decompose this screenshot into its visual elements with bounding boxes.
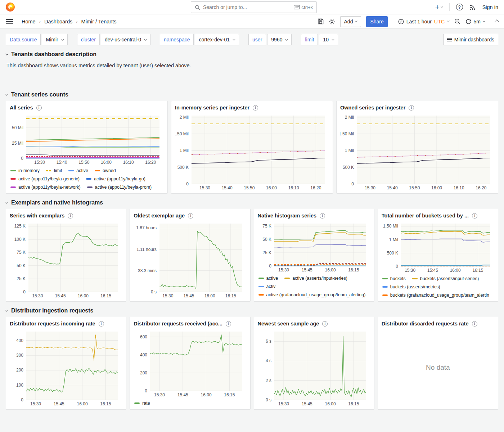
variable-select[interactable]: 10 (319, 34, 338, 45)
panel-title[interactable]: Distributor requests incoming rate (10, 321, 95, 327)
chart-area[interactable]: 15:3015:4516:0016:150 s2 s4 s6 s (258, 328, 370, 407)
chart-canvas[interactable]: 15:3015:4516:0016:15025 K50 K75 K100 K12… (10, 220, 122, 299)
info-icon[interactable]: i (188, 213, 193, 219)
section-header[interactable]: Tenant series counts (6, 91, 498, 98)
legend-item[interactable]: active (grafanacloud_usage_group/team_ap… (258, 299, 366, 299)
chart-area[interactable]: 15:3015:4516:0016:15025 K50 K75 K (258, 220, 370, 273)
section-dashboard-description[interactable]: Tenants dashboard description (6, 51, 498, 58)
grafana-logo-icon[interactable] (6, 3, 15, 12)
svg-text:1 Mil: 1 Mil (345, 148, 354, 153)
chart-area[interactable]: 15:3015:4015:5016:0016:1016:200500 K1 Mi… (340, 112, 494, 191)
panel-title[interactable]: Series with exemplars (10, 213, 64, 219)
legend-item[interactable]: active (asserts/input-series) (284, 274, 347, 282)
chart-canvas[interactable]: 15:3015:4516:0016:150100200300400 (10, 328, 122, 407)
svg-text:15:50: 15:50 (409, 185, 420, 190)
chart-area[interactable]: 15:3015:4015:5016:0016:1016:20025 Mil50 … (10, 112, 164, 166)
legend-item[interactable]: in-memory (10, 166, 40, 175)
chart-canvas[interactable]: 15:3015:4516:0016:150200400600 (134, 328, 246, 398)
legend-item[interactable]: active (appo11y/beyla-prom) (87, 183, 152, 191)
chart-canvas[interactable]: 15:3015:4015:5016:0016:1016:200500 K1 Mi… (175, 112, 329, 191)
svg-text:25 K: 25 K (262, 250, 271, 255)
section-header[interactable]: Exemplars and native histograms (6, 199, 498, 206)
chart-canvas[interactable]: 15:3015:4516:0016:150 s2 s4 s6 s (258, 328, 370, 407)
legend-item[interactable]: active (appo11y/beyla-go) (86, 175, 145, 183)
panel-title[interactable]: In-memory series per ingester (175, 105, 249, 111)
legend-item[interactable]: limit (46, 166, 62, 175)
new-menu-button[interactable]: + (435, 3, 442, 12)
panel-title[interactable]: Native histogram series (258, 213, 317, 219)
chart-canvas[interactable]: 15:3015:4516:0016:150500 K1 Mil1.50 Mil (382, 220, 494, 274)
panel-title[interactable]: Total number of buckets used by ... (382, 213, 469, 219)
panel-title[interactable]: Owned series per ingester (340, 105, 405, 111)
legend-item[interactable]: active (appo11y/beyla-network) (10, 183, 81, 191)
variable-select[interactable]: 9960 (267, 34, 292, 45)
series-line (401, 265, 490, 265)
legend-item[interactable]: buckets (asserts/metrics) (382, 283, 440, 291)
breadcrumb-dashboards[interactable]: Dashboards (44, 19, 72, 24)
legend-item[interactable]: owned (95, 166, 116, 175)
save-dashboard-icon[interactable] (318, 18, 324, 24)
info-icon[interactable]: i (253, 105, 258, 111)
variable-select[interactable]: Mimir (42, 34, 67, 45)
info-icon[interactable]: i (36, 105, 42, 111)
chart-area[interactable]: 15:3015:4516:0016:15025 K50 K75 K100 K12… (10, 220, 122, 299)
chart-area[interactable]: 15:3015:4516:0016:150200400600 (134, 328, 246, 398)
legend-item[interactable]: active (68, 166, 88, 175)
menu-toggle-icon[interactable] (6, 19, 13, 24)
panel-title[interactable]: Distributor requests received (acc... (134, 321, 222, 327)
search-input[interactable]: Search or jump to... ctrl+k (191, 1, 317, 13)
chart-area[interactable]: 15:3015:4516:0016:150500 K1 Mil1.50 Mil (382, 220, 494, 274)
panel-title[interactable]: Oldest exemplar age (134, 213, 185, 219)
chart-canvas[interactable]: 15:3015:4015:5016:0016:1016:20025 Mil50 … (10, 112, 164, 166)
info-icon[interactable]: i (99, 321, 104, 327)
keyboard-shortcut: ctrl+k (294, 5, 313, 10)
breadcrumb-current[interactable]: Mimir / Tenants (81, 19, 117, 24)
svg-text:16:00: 16:00 (77, 401, 88, 406)
legend-swatch (284, 278, 290, 279)
variable-select[interactable]: dev-us-central-0 (101, 34, 150, 45)
chart-canvas[interactable]: 15:3015:4516:0016:150 s33.3 mins1.11 hou… (134, 220, 246, 299)
kiosk-collapse-icon[interactable] (495, 19, 499, 23)
legend-item[interactable]: active (appo11y/beyla-generic) (10, 175, 80, 183)
variable-select[interactable]: cortex-dev-01 (195, 34, 239, 45)
panel-title[interactable]: Distributor discarded requests rate (382, 321, 469, 327)
chart-area[interactable]: 15:3015:4015:5016:0016:1016:200500 K1 Mi… (175, 112, 329, 191)
legend-item[interactable]: buckets (asserts/input-series) (412, 274, 479, 283)
refresh-picker[interactable]: 5m (465, 19, 485, 24)
panel-title[interactable]: Newest seen sample age (258, 321, 319, 327)
info-icon[interactable]: i (322, 321, 328, 327)
share-button[interactable]: Share (366, 16, 387, 27)
info-icon[interactable]: i (68, 213, 73, 219)
chart-canvas[interactable]: 15:3015:4015:5016:0016:1016:200500 K1 Mi… (340, 112, 494, 191)
dashboard-settings-icon[interactable] (329, 18, 335, 25)
clock-icon (398, 19, 404, 24)
svg-text:15:50: 15:50 (78, 160, 89, 165)
panel: Owned series per ingesteri15:3015:4015:5… (336, 101, 498, 194)
section-header[interactable]: Distributor ingestion requests (6, 307, 498, 314)
legend-item[interactable]: activ (258, 282, 276, 291)
time-range-picker[interactable]: Last 1 hour UTC (398, 19, 449, 24)
chart-area[interactable]: 15:3015:4516:0016:150 s33.3 mins1.11 hou… (134, 220, 246, 299)
info-icon[interactable]: i (472, 321, 477, 327)
legend-item[interactable]: buckets (grafanacloud_usage_group/team_a… (382, 291, 489, 299)
svg-text:50 K: 50 K (262, 237, 271, 242)
breadcrumb-home[interactable]: Home (22, 19, 36, 24)
help-icon[interactable]: ? (456, 4, 463, 10)
legend-item[interactable]: rate (134, 399, 150, 407)
info-icon[interactable]: i (409, 105, 414, 111)
svg-text:0 s: 0 s (265, 397, 271, 402)
legend-item[interactable]: buckets (382, 274, 406, 283)
news-icon[interactable] (469, 4, 476, 10)
panel-title[interactable]: All series (10, 105, 33, 111)
zoom-out-icon[interactable] (454, 18, 460, 24)
info-icon[interactable]: i (472, 213, 477, 219)
add-panel-button[interactable]: Add (340, 16, 361, 27)
info-icon[interactable]: i (226, 321, 231, 327)
info-icon[interactable]: i (320, 213, 325, 219)
legend-item[interactable]: active (258, 274, 278, 282)
legend-item[interactable]: active (grafanacloud_usage_group/team_al… (258, 291, 366, 299)
sign-in-button[interactable]: Sign in (482, 4, 498, 10)
mimir-dashboards-button[interactable]: Mimir dashboards (443, 34, 498, 45)
chart-canvas[interactable]: 15:3015:4516:0016:15025 K50 K75 K (258, 220, 370, 273)
chart-area[interactable]: 15:3015:4516:0016:150100200300400 (10, 328, 122, 407)
